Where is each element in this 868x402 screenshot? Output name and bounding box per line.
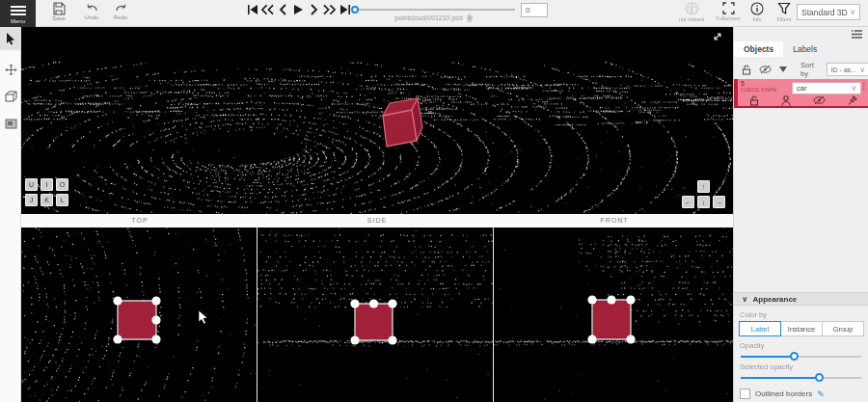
redo-button[interactable]: Redo [106,2,135,26]
hotkey-l[interactable]: L [56,194,68,206]
pan-tool-button[interactable] [0,58,21,81]
fullscreen-button[interactable]: Fullscreen [712,2,745,26]
save-icon [52,2,66,15]
image-icon [5,119,17,129]
hotkey-j[interactable]: J [25,194,38,206]
cuboid-icon [5,91,17,102]
opacity-label: Opacity [740,341,868,350]
hotkey-k[interactable]: K [41,194,53,206]
arrow-left-button[interactable]: ← [682,196,694,208]
color-by-option-instance[interactable]: Instance [781,321,823,336]
appearance-title: Appearance [753,295,798,304]
attachment-icon[interactable] [466,13,474,22]
sort-by-label: Sort by [800,61,823,78]
undo-button[interactable]: Undo [77,2,106,26]
expand-all-caret-icon[interactable] [779,67,787,72]
object-more-menu[interactable]: ⋮ [859,81,868,91]
side-view-annotation[interactable] [258,228,493,402]
hide-all-icon[interactable] [759,65,772,74]
object-pin-icon[interactable] [848,95,857,106]
rotation-hotkeys: U I O J K L [25,178,68,206]
opacity-slider[interactable] [741,356,861,358]
cuboid-3d-annotation[interactable] [21,27,733,214]
tools-sidebar [0,27,21,402]
3d-viewport[interactable]: U I O J K L ↑ ← ↓ → [21,27,733,214]
undo-icon [85,2,99,14]
filters-button[interactable]: Filters [768,2,800,26]
object-lock-icon[interactable] [749,95,759,106]
object-list-item-car[interactable]: 5 CUBOID SHAPE car ∨ ⋮ [734,79,868,108]
frame-number-input[interactable] [521,3,548,17]
appearance-header[interactable]: ∨ Appearance [734,292,868,306]
collapse-chevron-icon: ∨ [742,295,748,304]
file-row: pointcloud/001210.pcd [328,13,540,22]
frame-slider-handle[interactable] [351,6,359,13]
view-mode-select[interactable]: Standard 3D ∨ [797,4,860,20]
panel-collapse-button[interactable] [851,29,863,40]
view-mode-value: Standard 3D [801,8,848,17]
save-button[interactable]: Save [44,2,73,26]
sort-select[interactable]: ID - as... ∨ [827,63,868,76]
objects-panel: Objects Labels Sort by ID - as... ∨ 5 CU… [733,27,868,402]
color-by-label: Color by [740,310,868,319]
cuboid-tool-button[interactable] [0,85,21,108]
object-shape-label: CUBOID SHAPE [741,88,777,93]
top-view-pane[interactable] [21,228,257,402]
skip-start-button[interactable] [246,3,258,16]
side-view-pane[interactable] [258,228,493,402]
chevron-down-icon: ∨ [851,84,856,93]
filter-icon [777,2,791,15]
opacity-slider-fill [741,356,794,358]
next-frame-button[interactable] [308,3,320,16]
top-view-label: TOP [21,214,258,228]
object-hide-icon[interactable] [813,95,826,106]
hotkey-o[interactable]: O [56,178,68,191]
top-toolbar: Menu Save Undo Redo pointcloud/00121 [0,0,868,27]
front-view-annotation[interactable] [494,228,733,402]
outlined-borders-checkbox[interactable] [740,389,750,399]
front-view-pane[interactable] [494,228,733,402]
tab-labels[interactable]: Labels [783,41,827,57]
appearance-section: ∨ Appearance Color by Label Instance Gro… [734,292,868,399]
menu-button[interactable]: Menu [0,0,36,27]
hamburger-icon [11,4,26,17]
hotkey-u[interactable]: U [25,178,38,191]
panel-tabs: Objects Labels [734,41,868,57]
selected-opacity-slider-handle[interactable] [815,373,824,382]
front-view-label: FRONT [496,214,733,228]
view-labels-strip: TOP SIDE FRONT [21,214,733,228]
objects-toolbar: Sort by ID - as... ∨ [734,60,868,79]
chevron-down-icon: ∨ [850,8,855,16]
arrow-down-button[interactable]: ↓ [697,196,710,208]
object-assign-icon[interactable] [781,95,791,106]
edit-pencil-icon[interactable]: ✎ [817,389,825,399]
info-icon [750,2,764,15]
fullscreen-icon [722,2,735,14]
object-class-select[interactable]: car ∨ [792,82,861,94]
previous-frame-button[interactable] [277,3,289,16]
image-tool-button[interactable] [0,112,21,135]
select-tool-button[interactable] [0,27,21,50]
arrow-up-button[interactable]: ↑ [697,180,710,193]
ai-model-button[interactable]: not trained [675,2,708,26]
top-view-annotation[interactable] [21,228,257,402]
object-class-value: car [797,84,806,93]
hotkey-i[interactable]: I [41,178,53,191]
frame-slider[interactable] [355,9,515,11]
arrow-right-button[interactable]: → [713,196,725,208]
expand-view-button[interactable] [712,31,723,42]
move-icon [5,64,17,76]
tab-objects[interactable]: Objects [734,41,783,57]
lock-all-icon[interactable] [742,65,751,75]
cursor-icon [6,33,16,45]
brain-icon [685,2,699,15]
selected-opacity-slider[interactable] [741,377,861,379]
fast-rewind-button[interactable] [261,3,274,16]
color-by-option-label[interactable]: Label [739,321,781,336]
object-id: 5 [741,80,745,87]
opacity-slider-handle[interactable] [790,352,799,361]
outlined-borders-row: Outlined borders ✎ [740,389,868,399]
play-button[interactable] [292,3,305,16]
menu-label: Menu [11,18,25,24]
color-by-option-group[interactable]: Group [823,321,864,336]
